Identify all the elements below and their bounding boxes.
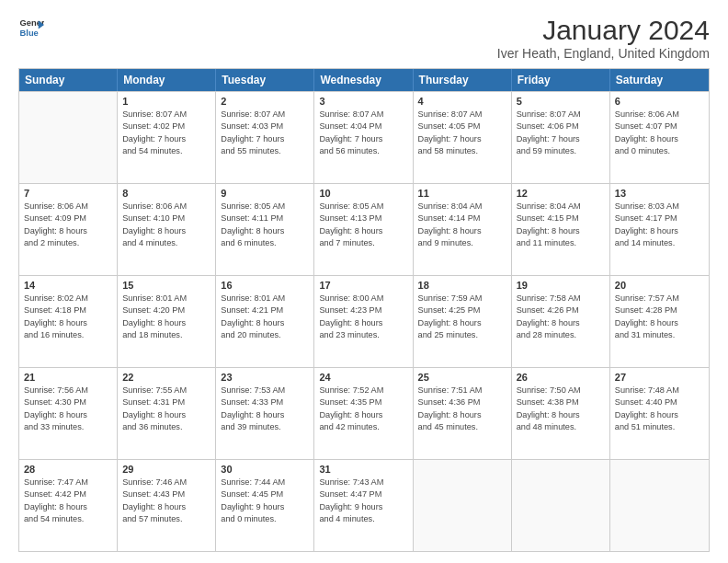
calendar-cell: 18Sunrise: 7:59 AMSunset: 4:25 PMDayligh…: [414, 276, 512, 367]
cell-info-line: Sunrise: 8:01 AM: [221, 293, 309, 304]
day-number: 3: [319, 96, 407, 107]
page: General Blue January 2024 Iver Heath, En…: [0, 0, 728, 563]
calendar-body: 1Sunrise: 8:07 AMSunset: 4:02 PMDaylight…: [19, 91, 709, 551]
day-number: 28: [24, 464, 112, 475]
calendar-row-0: 1Sunrise: 8:07 AMSunset: 4:02 PMDaylight…: [19, 91, 709, 183]
cell-info-line: and 0 minutes.: [221, 513, 309, 525]
cell-info-line: Daylight: 8 hours: [24, 501, 112, 513]
cell-info-line: and 55 minutes.: [221, 145, 309, 157]
calendar-cell: 25Sunrise: 7:51 AMSunset: 4:36 PMDayligh…: [414, 368, 512, 459]
cell-info-line: and 48 minutes.: [517, 421, 605, 433]
title-block: January 2024 Iver Heath, England, United…: [497, 15, 710, 61]
cell-info-line: Sunrise: 7:55 AM: [122, 385, 210, 396]
cell-info-line: Sunset: 4:31 PM: [122, 396, 210, 408]
cell-info-line: Daylight: 8 hours: [319, 225, 407, 237]
weekday-header-friday: Friday: [512, 69, 610, 91]
calendar-row-3: 21Sunrise: 7:56 AMSunset: 4:30 PMDayligh…: [19, 367, 709, 459]
cell-info-line: Daylight: 8 hours: [221, 225, 309, 237]
calendar-header: SundayMondayTuesdayWednesdayThursdayFrid…: [19, 69, 709, 91]
cell-info-line: and 4 minutes.: [319, 513, 407, 525]
calendar-cell: 23Sunrise: 7:53 AMSunset: 4:33 PMDayligh…: [216, 368, 314, 459]
cell-info-line: Daylight: 7 hours: [517, 133, 605, 145]
cell-info-line: and 14 minutes.: [615, 237, 704, 249]
cell-info-line: Daylight: 8 hours: [615, 317, 704, 329]
cell-info-line: and 9 minutes.: [418, 237, 506, 249]
day-number: 8: [122, 188, 210, 199]
calendar-cell: 6Sunrise: 8:06 AMSunset: 4:07 PMDaylight…: [610, 92, 709, 183]
cell-info-line: Sunset: 4:33 PM: [221, 396, 309, 408]
cell-info-line: Sunset: 4:38 PM: [517, 396, 605, 408]
cell-info-line: and 54 minutes.: [122, 145, 210, 157]
cell-info-line: Sunrise: 7:59 AM: [418, 293, 506, 304]
calendar-cell: [414, 460, 512, 551]
cell-info-line: Daylight: 8 hours: [122, 409, 210, 421]
calendar-cell: [512, 460, 610, 551]
cell-info-line: Sunrise: 8:05 AM: [319, 201, 407, 213]
cell-info-line: Sunrise: 8:06 AM: [122, 201, 210, 213]
cell-info-line: Sunset: 4:02 PM: [122, 121, 210, 132]
cell-info-line: Daylight: 8 hours: [418, 225, 506, 237]
calendar-row-2: 14Sunrise: 8:02 AMSunset: 4:18 PMDayligh…: [19, 275, 709, 367]
location: Iver Heath, England, United Kingdom: [497, 46, 710, 61]
calendar-cell: 7Sunrise: 8:06 AMSunset: 4:09 PMDaylight…: [19, 184, 118, 275]
cell-info-line: Sunset: 4:25 PM: [418, 304, 506, 316]
calendar-cell: 22Sunrise: 7:55 AMSunset: 4:31 PMDayligh…: [118, 368, 216, 459]
cell-info-line: Sunrise: 7:50 AM: [517, 385, 605, 396]
cell-info-line: Sunrise: 8:07 AM: [221, 109, 309, 121]
cell-info-line: Sunset: 4:18 PM: [24, 304, 112, 316]
cell-info-line: Sunrise: 7:56 AM: [24, 385, 112, 396]
cell-info-line: and 7 minutes.: [319, 237, 407, 249]
month-title: January 2024: [497, 15, 710, 46]
cell-info-line: and 39 minutes.: [221, 421, 309, 433]
day-number: 1: [122, 96, 210, 107]
cell-info-line: Sunset: 4:11 PM: [221, 213, 309, 224]
cell-info-line: and 28 minutes.: [517, 329, 605, 341]
cell-info-line: and 33 minutes.: [24, 421, 112, 433]
day-number: 27: [615, 372, 704, 383]
calendar-cell: 8Sunrise: 8:06 AMSunset: 4:10 PMDaylight…: [118, 184, 216, 275]
calendar-cell: 27Sunrise: 7:48 AMSunset: 4:40 PMDayligh…: [610, 368, 709, 459]
logo-icon: General Blue: [18, 15, 44, 40]
weekday-header-monday: Monday: [118, 69, 216, 91]
day-number: 25: [418, 372, 506, 383]
calendar-cell: 2Sunrise: 8:07 AMSunset: 4:03 PMDaylight…: [216, 92, 314, 183]
cell-info-line: and 54 minutes.: [24, 513, 112, 525]
calendar-cell: 11Sunrise: 8:04 AMSunset: 4:14 PMDayligh…: [414, 184, 512, 275]
calendar-cell: 29Sunrise: 7:46 AMSunset: 4:43 PMDayligh…: [118, 460, 216, 551]
day-number: 29: [122, 464, 210, 475]
cell-info-line: Daylight: 8 hours: [517, 225, 605, 237]
calendar-cell: 24Sunrise: 7:52 AMSunset: 4:35 PMDayligh…: [314, 368, 413, 459]
cell-info-line: and 59 minutes.: [517, 145, 605, 157]
calendar-cell: 19Sunrise: 7:58 AMSunset: 4:26 PMDayligh…: [512, 276, 610, 367]
cell-info-line: Daylight: 9 hours: [319, 501, 407, 513]
header: General Blue January 2024 Iver Heath, En…: [18, 15, 710, 61]
cell-info-line: Daylight: 7 hours: [319, 133, 407, 145]
cell-info-line: Daylight: 8 hours: [24, 225, 112, 237]
cell-info-line: Sunrise: 7:52 AM: [319, 385, 407, 396]
day-number: 24: [319, 372, 407, 383]
day-number: 12: [517, 188, 605, 199]
weekday-header-saturday: Saturday: [610, 69, 709, 91]
calendar-cell: 20Sunrise: 7:57 AMSunset: 4:28 PMDayligh…: [610, 276, 709, 367]
day-number: 4: [418, 96, 506, 107]
cell-info-line: Sunset: 4:04 PM: [319, 121, 407, 132]
cell-info-line: Daylight: 8 hours: [418, 409, 506, 421]
calendar-cell: [19, 92, 118, 183]
cell-info-line: and 6 minutes.: [221, 237, 309, 249]
cell-info-line: Daylight: 8 hours: [122, 317, 210, 329]
day-number: 22: [122, 372, 210, 383]
calendar-cell: 31Sunrise: 7:43 AMSunset: 4:47 PMDayligh…: [314, 460, 413, 551]
calendar-cell: 15Sunrise: 8:01 AMSunset: 4:20 PMDayligh…: [118, 276, 216, 367]
cell-info-line: Sunset: 4:43 PM: [122, 488, 210, 500]
cell-info-line: and 4 minutes.: [122, 237, 210, 249]
cell-info-line: Sunrise: 7:57 AM: [615, 293, 704, 304]
cell-info-line: and 0 minutes.: [615, 145, 704, 157]
cell-info-line: Sunrise: 8:06 AM: [615, 109, 704, 121]
cell-info-line: Daylight: 8 hours: [24, 409, 112, 421]
cell-info-line: Sunrise: 8:06 AM: [24, 201, 112, 213]
calendar-cell: 13Sunrise: 8:03 AMSunset: 4:17 PMDayligh…: [610, 184, 709, 275]
day-number: 18: [418, 280, 506, 291]
day-number: 17: [319, 280, 407, 291]
day-number: 13: [615, 188, 704, 199]
day-number: 31: [319, 464, 407, 475]
